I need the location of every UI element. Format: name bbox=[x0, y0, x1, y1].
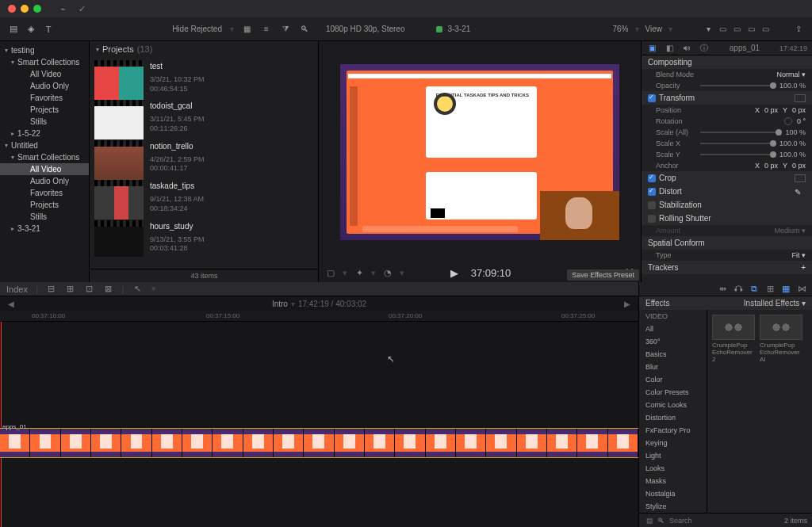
sidebar-item-audio-only[interactable]: Audio Only bbox=[0, 175, 89, 187]
effects-category-comic-looks[interactable]: Comic Looks bbox=[639, 399, 707, 411]
stabilization-section[interactable]: Stabilization bbox=[659, 200, 702, 209]
trim-tool-icon[interactable]: ⇹ bbox=[717, 284, 728, 295]
effects-category-masks[interactable]: Masks bbox=[639, 475, 707, 487]
distort-section[interactable]: Distort bbox=[659, 187, 682, 196]
transform-reset-icon[interactable] bbox=[795, 94, 806, 102]
sidebar-item-stills[interactable]: Stills bbox=[0, 116, 89, 128]
position-y-value[interactable]: 0 px bbox=[792, 106, 806, 114]
sidebar-item-favorites[interactable]: Favorites bbox=[0, 187, 89, 199]
effects-category-basics[interactable]: Basics bbox=[639, 348, 707, 361]
trackers-section[interactable]: Trackers bbox=[648, 263, 679, 272]
installed-effects-dropdown[interactable]: Installed Effects ▾ bbox=[744, 299, 806, 307]
scale-y-value[interactable]: 100.0 % bbox=[779, 151, 806, 158]
effects-category-stylize[interactable]: Stylize bbox=[639, 500, 707, 513]
effects-search-input[interactable] bbox=[669, 517, 733, 525]
scale-all-slider[interactable] bbox=[700, 132, 782, 133]
filter-effects-icon[interactable]: ▤ bbox=[644, 515, 655, 526]
rotation-dial[interactable] bbox=[784, 117, 792, 125]
hide-rejected-dropdown[interactable]: Hide Rejected bbox=[172, 25, 222, 33]
sidebar-item-stills[interactable]: Stills bbox=[0, 211, 89, 223]
layout-3-icon[interactable]: ▭ bbox=[745, 24, 756, 35]
clip-row[interactable]: hours_study9/13/21, 3:55 PM00:03:41:28 bbox=[90, 217, 318, 257]
crop-reset-icon[interactable] bbox=[795, 174, 806, 182]
titles-icon[interactable]: T bbox=[43, 24, 54, 35]
sidebar-item-smart-collections[interactable]: ▾Smart Collections bbox=[0, 56, 89, 68]
effects-category-fxfactory-pro[interactable]: FxFactory Pro bbox=[639, 424, 707, 437]
crop-section[interactable]: Crop bbox=[659, 174, 676, 182]
viewer-frame[interactable]: ESSENTIAL TASKADE TIPS AND TRICKS bbox=[340, 64, 619, 240]
timeline-ruler[interactable]: 00:37:10:00 00:37:15:00 00:37:20:00 00:3… bbox=[0, 311, 638, 322]
effect-item[interactable]: CrumplePop EchoRemover AI bbox=[760, 315, 802, 363]
select-tool-icon[interactable]: ↖ bbox=[132, 284, 144, 295]
skimming-icon[interactable]: ⊞ bbox=[764, 284, 776, 295]
insert-clip-icon[interactable]: ⊞ bbox=[65, 284, 76, 295]
layout-2-icon[interactable]: ▭ bbox=[731, 24, 742, 35]
sidebar-item-favorites[interactable]: Favorites bbox=[0, 92, 89, 104]
overwrite-clip-icon[interactable]: ⊠ bbox=[103, 284, 114, 295]
compositing-section[interactable]: Compositing bbox=[642, 55, 812, 69]
color-inspector-tab[interactable]: ◧ bbox=[664, 43, 675, 54]
transform-section[interactable]: Transform bbox=[659, 94, 695, 102]
playhead[interactable] bbox=[1, 322, 2, 527]
effects-category-looks[interactable]: Looks bbox=[639, 462, 707, 475]
enhance-icon[interactable]: ✦ bbox=[354, 267, 365, 278]
view-dropdown[interactable]: View bbox=[645, 25, 663, 33]
timeline-forward-button[interactable]: ▶ bbox=[624, 300, 630, 308]
timeline-index-button[interactable]: Index bbox=[6, 285, 28, 294]
distort-checkbox[interactable] bbox=[648, 188, 656, 196]
layout-4-icon[interactable]: ▭ bbox=[760, 24, 771, 35]
connect-clip-icon[interactable]: ⊟ bbox=[46, 284, 57, 295]
chevron-down-icon[interactable]: ▾ bbox=[96, 46, 99, 53]
media-icon[interactable]: ◈ bbox=[25, 24, 36, 35]
sidebar-item-testing[interactable]: ▾testing bbox=[0, 44, 89, 56]
scale-y-slider[interactable] bbox=[700, 154, 776, 155]
effects-category-light[interactable]: Light bbox=[639, 449, 707, 462]
play-button[interactable]: ▶ bbox=[449, 267, 460, 278]
append-clip-icon[interactable]: ⊡ bbox=[84, 284, 95, 295]
timeline-back-button[interactable]: ◀ bbox=[8, 300, 14, 308]
anchor-x-value[interactable]: 0 px bbox=[764, 162, 778, 170]
clip-row[interactable]: taskade_tips9/1/21, 12:38 AM00:18:34:24 bbox=[90, 177, 318, 216]
timeline-canvas[interactable]: apps_01 bbox=[0, 322, 638, 527]
effects-category-nostalgia[interactable]: Nostalgia bbox=[639, 487, 707, 500]
anchor-y-value[interactable]: 0 px bbox=[792, 162, 806, 170]
sidebar-item-1-5-22[interactable]: ▸1-5-22 bbox=[0, 128, 89, 139]
close-window-button[interactable] bbox=[8, 5, 16, 13]
project-chip[interactable]: 3-3-21 bbox=[447, 25, 470, 33]
rolling-shutter-checkbox[interactable] bbox=[648, 215, 656, 223]
zoom-dropdown[interactable]: 76% bbox=[612, 25, 628, 33]
timeline-clip[interactable] bbox=[0, 428, 638, 458]
list-view-icon[interactable]: ≡ bbox=[261, 24, 272, 35]
effects-category-360-[interactable]: 360° bbox=[639, 335, 707, 348]
sidebar-item-all-video[interactable]: All Video bbox=[0, 163, 89, 175]
tool-dropdown-icon[interactable]: ▾ bbox=[703, 24, 714, 35]
sidebar-item-3-3-21[interactable]: ▸3-3-21 bbox=[0, 223, 89, 235]
effects-category-blur[interactable]: Blur bbox=[639, 361, 707, 373]
clip-row[interactable]: test3/3/21, 10:32 PM00:46:54:15 bbox=[90, 57, 318, 97]
type-value[interactable]: Fit ▾ bbox=[697, 251, 806, 259]
info-inspector-tab[interactable]: ⓘ bbox=[699, 43, 710, 54]
retime-icon[interactable]: ◔ bbox=[382, 267, 393, 278]
audio-inspector-tab[interactable]: 🔊︎ bbox=[681, 43, 692, 54]
sidebar-item-projects[interactable]: Projects bbox=[0, 104, 89, 116]
transform-checkbox[interactable] bbox=[648, 94, 656, 102]
crop-checkbox[interactable] bbox=[648, 174, 656, 182]
spatial-conform-section[interactable]: Spatial Conform bbox=[642, 236, 812, 250]
scale-x-value[interactable]: 100.0 % bbox=[779, 139, 806, 147]
sidebar-item-projects[interactable]: Projects bbox=[0, 199, 89, 211]
layout-1-icon[interactable]: ▭ bbox=[717, 24, 728, 35]
clip-row[interactable]: notion_trello4/26/21, 2:59 PM00:00:41:17 bbox=[90, 137, 318, 177]
sidebar-item-all-video[interactable]: All Video bbox=[0, 68, 89, 80]
position-x-value[interactable]: 0 px bbox=[764, 106, 778, 114]
library-toggle-icon[interactable]: ▤ bbox=[8, 24, 19, 35]
rotation-value[interactable]: 0 ° bbox=[797, 117, 806, 125]
grid-view-icon[interactable]: ▦ bbox=[242, 24, 253, 35]
check-circle-icon[interactable]: ✓ bbox=[76, 3, 87, 14]
sidebar-item-audio-only[interactable]: Audio Only bbox=[0, 80, 89, 92]
video-inspector-tab[interactable]: ▣ bbox=[646, 43, 657, 54]
distort-reset-icon[interactable]: ✎ bbox=[795, 188, 806, 196]
minimize-window-button[interactable] bbox=[21, 5, 29, 13]
blend-mode-value[interactable]: Normal ▾ bbox=[697, 71, 806, 78]
sidebar-item-smart-collections[interactable]: ▾Smart Collections bbox=[0, 151, 89, 163]
rolling-shutter-section[interactable]: Rolling Shutter bbox=[659, 214, 711, 223]
